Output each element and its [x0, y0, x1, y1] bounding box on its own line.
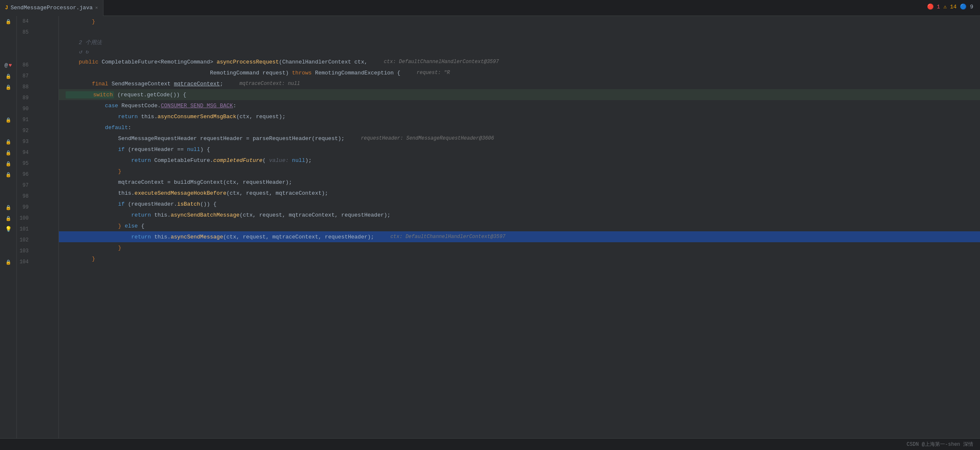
- lock-icon-91: 🔒: [5, 117, 11, 123]
- line-num-100: 100: [17, 213, 55, 224]
- lock-icon-88: 🔒: [5, 85, 11, 90]
- code-line-84: }: [59, 16, 980, 27]
- code-line-98: this.executeSendMessageHookBefore(ctx, r…: [59, 188, 980, 199]
- line-num-102: 102: [17, 235, 55, 246]
- gutter-icon-row-92: [0, 125, 16, 136]
- line-num-93: 93: [17, 136, 55, 147]
- code-line-92: default:: [59, 122, 980, 133]
- code-line-97: mqtraceContext = buildMsgContext(ctx, re…: [59, 177, 980, 188]
- line-num-104: 104: [17, 257, 55, 267]
- gutter-left: 🔒 @ ♥ 🔒 🔒: [0, 16, 17, 438]
- code-line-99: if (requestHeader.isBatch()) {: [59, 199, 980, 209]
- at-icon-86: @: [5, 62, 8, 69]
- bottom-bar: CSDN @上海第一-shen 深情: [0, 438, 980, 450]
- code-line-87: RemotingCommand request) throws Remoting…: [59, 67, 980, 78]
- error-count: 🔴 1: [927, 3, 940, 10]
- code-line-89: switch (request.getCode()) {: [59, 89, 980, 100]
- gutter-icon-row-94: 🔒: [0, 147, 16, 158]
- code-content[interactable]: } 2 个用法 ↺ ↻ public CompletableFuture<Rem…: [59, 16, 980, 438]
- lock-icon-95: 🔒: [5, 161, 11, 167]
- tab-close-button[interactable]: ×: [95, 5, 98, 11]
- line-num-hint2: [17, 49, 55, 60]
- gutter-icon-row-88: 🔒: [0, 82, 16, 93]
- line-num-91: 91: [17, 114, 55, 125]
- gutter-icon-row-hint1: [0, 38, 16, 49]
- gutter-icon-row-90: [0, 103, 16, 114]
- line-num-97: 97: [17, 180, 55, 191]
- lock-icon-94: 🔒: [5, 150, 11, 156]
- gutter-icon-row-84: 🔒: [0, 16, 16, 27]
- gutter-icon-row-93: 🔒: [0, 136, 16, 147]
- usage-hint-row: 2 个用法: [59, 38, 980, 47]
- line-num-86: 86: [17, 60, 55, 71]
- gutter-icon-row-87: 🔒: [0, 71, 16, 82]
- line-num-95: 95: [17, 158, 55, 169]
- code-line-93: SendMessageRequestHeader requestHeader =…: [59, 133, 980, 144]
- gutter-icon-row-104: 🔒: [0, 257, 16, 267]
- code-line-96: }: [59, 166, 980, 177]
- line-num-84: 84: [17, 16, 55, 27]
- fold-hint-row: ↺ ↻: [59, 47, 980, 56]
- lock-icon-96: 🔒: [5, 172, 11, 177]
- line-num-92: 92: [17, 125, 55, 136]
- code-line-100: return this.asyncSendBatchMessage(ctx, r…: [59, 209, 980, 220]
- gutter-icon-row-91: 🔒: [0, 114, 16, 125]
- gutter-icon-row-102: [0, 235, 16, 246]
- info-count: 🔵 9: [960, 3, 973, 10]
- gutter-icon-row-85: [0, 27, 16, 38]
- code-line-95: return CompletableFuture.completedFuture…: [59, 155, 980, 166]
- editor-container: J SendMessageProcessor.java × 🔴 1 ⚠ 14 🔵…: [0, 0, 980, 450]
- line-num-94: 94: [17, 147, 55, 158]
- gutter-icon-row-hint2: [0, 49, 16, 60]
- java-icon: J: [5, 5, 8, 11]
- line-num-90: 90: [17, 103, 55, 114]
- file-tab[interactable]: J SendMessageProcessor.java ×: [0, 0, 103, 16]
- gutter-icon-row-98: [0, 191, 16, 202]
- gutter-icon-row-95: 🔒: [0, 158, 16, 169]
- heart-icon-86: ♥: [9, 62, 12, 69]
- line-num-88: 88: [17, 82, 55, 93]
- lock-icon-100: 🔒: [5, 216, 11, 221]
- line-num-89: 89: [17, 93, 55, 103]
- line-num-103: 103: [17, 246, 55, 257]
- gutter-icon-row-103: [0, 246, 16, 257]
- code-line-101: } else {: [59, 220, 980, 231]
- code-line-85: [59, 27, 980, 38]
- code-line-90: case RequestCode.CONSUMER_SEND_MSG_BACK:: [59, 100, 980, 111]
- gutter-icon-row-97: [0, 180, 16, 191]
- line-num-85: 85: [17, 27, 55, 38]
- code-line-91: return this.asyncConsumerSendMsgBack(ctx…: [59, 111, 980, 122]
- gutter-icon-row-86: @ ♥: [0, 60, 16, 71]
- tab-filename: SendMessageProcessor.java: [11, 5, 93, 11]
- line-num-99: 99: [17, 202, 55, 213]
- line-numbers-gutter: 84 85 86 87 88 89 90 91 92 93 94 95 96 9…: [17, 16, 59, 438]
- gutter-icon-row-99: 🔒: [0, 202, 16, 213]
- attribution-text: CSDN @上海第一-shen 深情: [907, 441, 973, 448]
- line-num-hint1: [17, 38, 55, 49]
- lock-icon-87: 🔒: [5, 74, 11, 79]
- code-line-102: return this.asyncSendMessage(ctx, reques…: [59, 231, 980, 242]
- gutter-icon-row-100: 🔒: [0, 213, 16, 224]
- lock-icon-93: 🔒: [5, 139, 11, 145]
- code-line-94: if (requestHeader == null) {: [59, 144, 980, 155]
- lock-icon-104: 🔒: [5, 259, 11, 265]
- code-line-88: final SendMessageContext mqtraceContext;…: [59, 78, 980, 89]
- tab-bar: J SendMessageProcessor.java ×: [0, 0, 980, 16]
- gutter-icon-row-89: [0, 93, 16, 103]
- code-line-103: }: [59, 242, 980, 253]
- warning-count: ⚠ 14: [943, 3, 956, 10]
- bulb-icon-101[interactable]: 💡: [5, 226, 12, 233]
- gutter-icon-row-101: 💡: [0, 224, 16, 235]
- lock-icon-99: 🔒: [5, 205, 11, 210]
- line-num-98: 98: [17, 191, 55, 202]
- gutter-icon-row-96: 🔒: [0, 169, 16, 180]
- code-area: 🔒 @ ♥ 🔒 🔒: [0, 16, 980, 438]
- code-line-104: }: [59, 253, 980, 264]
- line-num-87: 87: [17, 71, 55, 82]
- line-num-101: 101: [17, 224, 55, 235]
- line-num-96: 96: [17, 169, 55, 180]
- status-indicators: 🔴 1 ⚠ 14 🔵 9: [920, 0, 980, 13]
- lock-icon-84: 🔒: [5, 19, 11, 24]
- code-line-86: public CompletableFuture<RemotingCommand…: [59, 56, 980, 67]
